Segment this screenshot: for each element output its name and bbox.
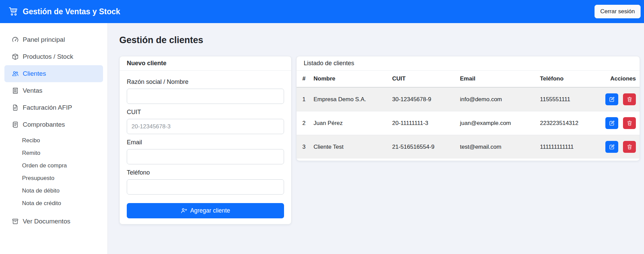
client-nombre-cell: Empresa Demo S.A. [309, 87, 388, 111]
column-header-telefono: Teléfono [536, 71, 596, 87]
sidebar-subitem-nota-de-debito[interactable]: Nota de débito [4, 184, 103, 197]
speedometer-icon [12, 36, 19, 43]
telefono-label: Teléfono [127, 169, 284, 176]
column-header-email: Email [456, 71, 536, 87]
edit-client-button[interactable] [605, 117, 618, 129]
client-telefono-cell: 1155551111 [536, 87, 596, 111]
client-num-cell: 3 [297, 135, 309, 159]
sidebar-subitem-nota-de-credito[interactable]: Nota de crédito [4, 197, 103, 210]
sidebar-item-label: Comprobantes [23, 121, 65, 128]
razon-social-input[interactable] [127, 89, 284, 104]
app-header: Gestión de Ventas y Stock Cerrar sesión [0, 0, 644, 23]
new-client-card: Nuevo cliente Razón social / Nombre CUIT… [119, 56, 291, 224]
clients-table: # Nombre CUIT Email Teléfono Acciones 1 [297, 71, 640, 159]
comprobantes-submenu: Recibo Remito Orden de compra Presupuest… [4, 133, 103, 210]
agregar-cliente-label: Agregar cliente [190, 207, 230, 214]
sidebar-subitem-remito[interactable]: Remito [4, 147, 103, 159]
client-num-cell: 2 [297, 111, 309, 135]
email-input[interactable] [127, 149, 284, 164]
client-actions-cell [596, 135, 640, 159]
clients-table-header: # Nombre CUIT Email Teléfono Acciones [297, 71, 640, 87]
cuit-label: CUIT [127, 109, 284, 116]
sidebar-item-clientes[interactable]: Clientes [4, 65, 103, 82]
email-label: Email [127, 139, 284, 146]
client-num-cell: 1 [297, 87, 309, 111]
razon-social-label: Razón social / Nombre [127, 78, 284, 86]
client-actions-cell [596, 111, 640, 135]
sidebar-item-panel-principal[interactable]: Panel principal [4, 31, 103, 48]
edit-client-button[interactable] [605, 141, 618, 153]
client-row: 3 Cliente Test 21-516516554-9 test@email… [297, 135, 640, 159]
app-window: Gestión de Ventas y Stock Cerrar sesión … [0, 0, 644, 254]
logout-button[interactable]: Cerrar sesión [595, 5, 641, 18]
app-title: Gestión de Ventas y Stock [23, 7, 120, 16]
sidebar-item-label: Ventas [23, 87, 42, 94]
app-body: Panel principal Productos / Stock Client… [0, 23, 644, 254]
brand: Gestión de Ventas y Stock [9, 7, 120, 16]
content-row: Nuevo cliente Razón social / Nombre CUIT… [119, 56, 640, 224]
edit-client-button[interactable] [605, 93, 618, 105]
cart-icon [9, 7, 18, 16]
column-header-cuit: CUIT [388, 71, 456, 87]
cuit-input[interactable] [127, 119, 284, 134]
new-client-form: Razón social / Nombre CUIT Email Teléfon… [120, 71, 291, 224]
sidebar-item-label: Clientes [23, 70, 46, 77]
trash-icon [627, 96, 632, 102]
sidebar-item-label: Panel principal [23, 36, 65, 43]
people-icon [12, 70, 19, 77]
trash-icon [627, 144, 632, 150]
archive-icon [12, 218, 19, 225]
column-header-nombre: Nombre [309, 71, 388, 87]
sidebar-item-label: Productos / Stock [23, 53, 73, 60]
client-nombre-cell: Juan Pérez [309, 111, 388, 135]
journal-icon [12, 121, 19, 128]
client-telefono-cell: 223223514312 [536, 111, 596, 135]
delete-client-button[interactable] [623, 93, 636, 105]
client-row: 1 Empresa Demo S.A. 30-12345678-9 info@d… [297, 87, 640, 111]
new-client-card-title: Nuevo cliente [120, 56, 291, 71]
sidebar-item-comprobantes[interactable]: Comprobantes [4, 116, 103, 133]
page-title: Gestión de clientes [119, 35, 640, 46]
client-row: 2 Juan Pérez 20-11111111-3 juan@example.… [297, 111, 640, 135]
agregar-cliente-button[interactable]: Agregar cliente [127, 203, 284, 218]
sidebar-item-productos-stock[interactable]: Productos / Stock [4, 48, 103, 65]
sidebar-item-label: Facturación AFIP [23, 104, 72, 111]
column-header-num: # [297, 71, 309, 87]
sidebar-item-ver-documentos[interactable]: Ver Documentos [4, 213, 103, 230]
sidebar-subitem-recibo[interactable]: Recibo [4, 134, 103, 147]
column-header-acciones: Acciones [596, 71, 640, 87]
client-email-cell: test@email.com [456, 135, 536, 159]
client-actions-cell [596, 87, 640, 111]
box-icon [12, 53, 19, 60]
main-content: Gestión de clientes Nuevo cliente Razón … [108, 23, 644, 254]
client-email-cell: info@demo.com [456, 87, 536, 111]
client-cuit-cell: 30-12345678-9 [388, 87, 456, 111]
clients-list-card: Listado de clientes # Nombre CUIT Email … [296, 56, 640, 161]
person-plus-icon [181, 207, 187, 214]
pencil-square-icon [609, 96, 615, 102]
sidebar-subitem-presupuesto[interactable]: Presupuesto [4, 172, 103, 184]
client-telefono-cell: 111111111111 [536, 135, 596, 159]
sidebar: Panel principal Productos / Stock Client… [0, 23, 108, 254]
receipt-icon [12, 87, 19, 94]
client-nombre-cell: Cliente Test [309, 135, 388, 159]
clients-list-card-title: Listado de clientes [297, 56, 640, 71]
client-email-cell: juan@example.com [456, 111, 536, 135]
client-cuit-cell: 21-516516554-9 [388, 135, 456, 159]
pencil-square-icon [609, 120, 615, 126]
telefono-input[interactable] [127, 179, 284, 195]
client-cuit-cell: 20-11111111-3 [388, 111, 456, 135]
sidebar-item-ventas[interactable]: Ventas [4, 82, 103, 99]
delete-client-button[interactable] [623, 117, 636, 129]
trash-icon [627, 120, 632, 126]
pencil-square-icon [609, 144, 615, 150]
sidebar-item-facturacion-afip[interactable]: Facturación AFIP [4, 99, 103, 116]
sidebar-subitem-orden-de-compra[interactable]: Orden de compra [4, 159, 103, 172]
delete-client-button[interactable] [623, 141, 636, 153]
sidebar-item-label: Ver Documentos [23, 218, 70, 225]
file-text-icon [12, 104, 19, 111]
